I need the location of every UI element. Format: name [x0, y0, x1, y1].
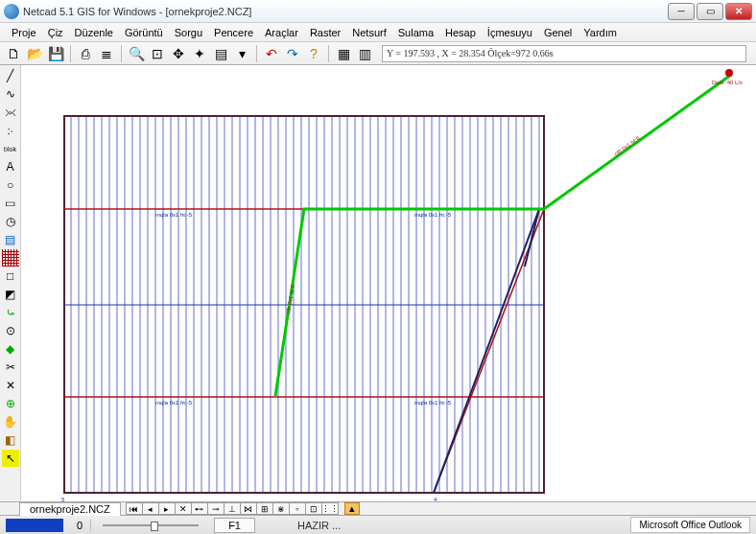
menu-icmesuyu[interactable]: İçmesuyu	[482, 25, 538, 40]
view-mode-buttons: ⏮ ◂ ▸ ✕ ⊷ ⊸ ⊥ ⋈ ⊞ ⋇ ▫ ⊡ ⋮⋮	[127, 502, 339, 515]
move-icon[interactable]: ✥	[169, 44, 188, 63]
dropdown-icon[interactable]: ▾	[232, 44, 251, 63]
redo-icon[interactable]: ↷	[283, 44, 302, 63]
help-icon[interactable]: ?	[304, 44, 323, 63]
nav-prev-icon[interactable]: ◂	[142, 502, 159, 515]
snap-cross-icon[interactable]: ✕	[175, 502, 192, 515]
window-close-button[interactable]: ✕	[725, 3, 752, 20]
menu-hesap[interactable]: Hesap	[439, 25, 482, 40]
app-icon	[4, 4, 19, 19]
menu-genel[interactable]: Genel	[538, 25, 578, 40]
save-icon[interactable]: 💾	[46, 44, 65, 63]
target-tool-icon[interactable]: ⊕	[2, 395, 19, 412]
menu-duzenle[interactable]: Düzenle	[69, 25, 119, 40]
circle-tool-icon[interactable]: ○	[2, 176, 19, 194]
menu-raster[interactable]: Raster	[304, 25, 346, 40]
open-icon[interactable]: 📂	[25, 44, 44, 63]
compass-icon[interactable]: ✦	[190, 44, 209, 63]
canvas-label: mqla 0x1 ht:-5	[155, 400, 193, 406]
drawing-canvas[interactable]: Debi: 40 L/s 5 4 mqla 0x1 ht:-5 mqla 0x1…	[21, 65, 756, 501]
document-tabbar: ornekproje2.NCZ ⏮ ◂ ▸ ✕ ⊷ ⊸ ⊥ ⋈ ⊞ ⋇ ▫ ⊡ …	[0, 501, 756, 515]
canvas-label-diag: ctb 0x1 ht:6	[613, 135, 641, 157]
svg-line-67	[434, 209, 539, 493]
outlook-notification[interactable]: Microsoft Office Outlook	[630, 517, 750, 533]
list-icon[interactable]: ≣	[97, 44, 116, 63]
hatch-tool-icon[interactable]	[2, 249, 19, 267]
edge-tool-icon[interactable]: ◩	[2, 286, 19, 303]
vertical-toolbar: ╱ ∿ ⩙ ჻ blok A ○ ▭ ◷ ▤ □ ◩ ⤿ ⊙ ◆ ✂ ✕ ⊕ ✋…	[0, 65, 21, 501]
snap-node-icon[interactable]: ▫	[289, 502, 306, 515]
status-text: HAZIR ...	[297, 520, 341, 531]
window-maximize-button[interactable]: ▭	[697, 3, 723, 20]
canvas-label: mqla 0x1 ht:-5	[414, 212, 452, 218]
titlebar: Netcad 5.1 GIS for Windows - [ornekproje…	[0, 0, 756, 23]
clock-tool-icon[interactable]: ◷	[2, 213, 19, 230]
snap-near-icon[interactable]: ⋈	[240, 502, 257, 515]
nav-next-icon[interactable]: ▸	[158, 502, 176, 515]
status-key-f1[interactable]: F1	[214, 518, 255, 533]
menu-sulama[interactable]: Sulama	[392, 25, 439, 40]
snap-dots-icon[interactable]: ⋮⋮	[321, 502, 339, 515]
statusbar: 0 F1 HAZIR ... Microsoft Office Outlook	[0, 515, 756, 534]
window-title: Netcad 5.1 GIS for Windows - [ornekproje…	[23, 6, 251, 17]
status-slider[interactable]	[103, 524, 199, 526]
canvas-label-vert: ctb 0x1 ht:6	[285, 284, 295, 314]
polyline-tool-icon[interactable]: ∿	[2, 85, 19, 103]
table-icon[interactable]: ▦	[334, 44, 353, 63]
line-tool-icon[interactable]: ╱	[2, 67, 19, 84]
point-tool-icon[interactable]: ჻	[2, 122, 19, 139]
grid2-icon[interactable]: ▥	[355, 44, 374, 63]
status-number: 0	[69, 520, 91, 531]
page-tool-icon[interactable]: ▤	[2, 231, 19, 248]
cut-tool-icon[interactable]: ✂	[2, 359, 19, 376]
snap-mid-icon[interactable]: ⊸	[207, 502, 224, 515]
region-tool-icon[interactable]: ◧	[2, 431, 19, 449]
pick-tool-icon[interactable]: ⤿	[2, 304, 19, 321]
node-tool-icon[interactable]: ⊙	[2, 322, 19, 339]
svg-point-69	[725, 69, 733, 77]
paste-tool-icon[interactable]: ◆	[2, 340, 19, 358]
coordinate-readout: Y = 197.593 , X = 28.354 Ölçek=972 0.66s	[382, 45, 746, 62]
snap-grid-icon[interactable]: ⊞	[256, 502, 273, 515]
nav-first-icon[interactable]: ⏮	[126, 502, 143, 515]
zoom-ext-icon[interactable]: ⊡	[148, 44, 167, 63]
snap-perp-icon[interactable]: ⊥	[224, 502, 241, 515]
window-minimize-button[interactable]: ─	[668, 3, 695, 20]
menu-goruntu[interactable]: Görüntü	[119, 25, 169, 40]
status-color-chip[interactable]	[6, 519, 63, 532]
axis-label-right: 4	[434, 497, 437, 501]
cross-tool-icon[interactable]: ✕	[2, 377, 19, 394]
select-tool-icon[interactable]: □	[2, 267, 19, 285]
menu-pencere[interactable]: Pencere	[208, 25, 259, 40]
canvas-label: mqla 0x1 ht:-5	[414, 400, 452, 406]
menu-yardim[interactable]: Yardım	[578, 25, 623, 40]
text-tool-icon[interactable]: A	[2, 158, 19, 175]
snap-end-icon[interactable]: ⊷	[191, 502, 208, 515]
rect-tool-icon[interactable]: ▭	[2, 195, 19, 212]
menu-sorgu[interactable]: Sorgu	[169, 25, 208, 40]
canvas-svg: Debi: 40 L/s 5 4 mqla 0x1 ht:-5 mqla 0x1…	[21, 65, 756, 501]
snap-ext-icon[interactable]: ⊡	[305, 502, 322, 515]
menu-proje[interactable]: Proje	[6, 25, 42, 40]
menubar: Proje Çiz Düzenle Görüntü Sorgu Pencere …	[0, 23, 756, 42]
layers-icon[interactable]: ▤	[211, 44, 230, 63]
main-toolbar: 🗋 📂 💾 ⎙ ≣ 🔍 ⊡ ✥ ✦ ▤ ▾ ↶ ↷ ? ▦ ▥ Y = 197.…	[0, 42, 756, 65]
undo-icon[interactable]: ↶	[262, 44, 281, 63]
flip-up-icon[interactable]: ▴	[344, 502, 360, 515]
main-area: ╱ ∿ ⩙ ჻ blok A ○ ▭ ◷ ▤ □ ◩ ⤿ ⊙ ◆ ✂ ✕ ⊕ ✋…	[0, 65, 756, 501]
new-doc-icon[interactable]: 🗋	[4, 44, 23, 63]
svg-line-68	[525, 209, 539, 267]
block-tool-icon[interactable]: blok	[2, 140, 19, 157]
zoom-icon[interactable]: 🔍	[127, 44, 146, 63]
canvas-label: mqla 0x1 ht:-5	[155, 212, 193, 218]
menu-ciz[interactable]: Çiz	[42, 25, 69, 40]
menu-araclar[interactable]: Araçlar	[259, 25, 304, 40]
document-tab[interactable]: ornekproje2.NCZ	[19, 502, 121, 516]
menu-netsurf[interactable]: Netsurf	[346, 25, 391, 40]
snap-int-icon[interactable]: ⋇	[272, 502, 290, 515]
debi-label: Debi: 40 L/s	[712, 80, 743, 85]
print-icon[interactable]: ⎙	[76, 44, 95, 63]
arrow-tool-icon[interactable]: ↖	[2, 450, 19, 467]
palm-tool-icon[interactable]: ✋	[2, 413, 19, 430]
zigzag-tool-icon[interactable]: ⩙	[2, 104, 19, 121]
